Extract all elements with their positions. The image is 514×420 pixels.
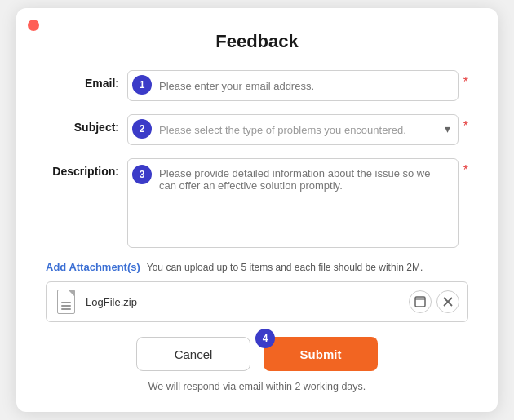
cancel-button[interactable]: Cancel (136, 337, 250, 371)
email-row: Email: 1 * (46, 70, 468, 101)
description-field-wrapper: 3 (127, 158, 459, 248)
subject-row: Subject: 2 Please select the type of pro… (46, 114, 468, 145)
description-label: Description: (46, 158, 127, 178)
feedback-dialog: Feedback Email: 1 * Subject: 2 Please se… (16, 8, 498, 412)
dialog-title: Feedback (46, 31, 468, 52)
file-actions (409, 290, 459, 313)
footer-text: We will respond via email within 2 worki… (46, 381, 468, 392)
file-preview-button[interactable] (409, 290, 432, 313)
file-icon (55, 287, 78, 316)
subject-select[interactable]: Please select the type of problems you e… (127, 114, 459, 145)
step-badge-4: 4 (255, 329, 275, 348)
description-textarea[interactable] (127, 158, 459, 248)
email-input[interactable] (127, 70, 459, 101)
svg-rect-0 (415, 297, 425, 307)
file-name: LogFile.zip (86, 296, 409, 308)
subject-label: Subject: (46, 114, 127, 134)
email-label: Email: (46, 70, 127, 90)
submit-button[interactable]: 4 Submit (264, 337, 378, 371)
add-attachment-link[interactable]: Add Attachment(s) (46, 261, 140, 273)
email-required: * (463, 75, 468, 90)
file-item: LogFile.zip (46, 281, 468, 322)
file-remove-button[interactable] (436, 290, 459, 313)
button-row: Cancel 4 Submit (46, 337, 468, 371)
description-required: * (463, 163, 468, 178)
subject-field-wrapper: 2 Please select the type of problems you… (127, 114, 459, 145)
description-row: Description: 3 * (46, 158, 468, 248)
close-button[interactable] (28, 20, 39, 31)
attachment-hint: You can upload up to 5 items and each fi… (147, 262, 423, 273)
attachment-row: Add Attachment(s) You can upload up to 5… (46, 261, 468, 273)
subject-required: * (463, 119, 468, 134)
email-field-wrapper: 1 (127, 70, 459, 101)
